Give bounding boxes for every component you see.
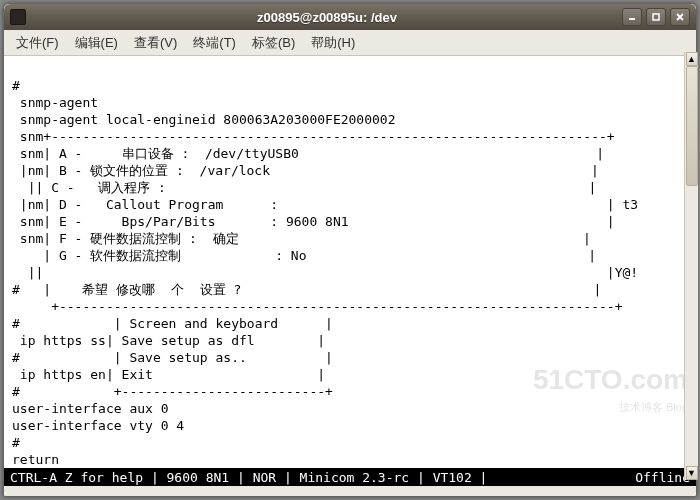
term-line: ip https ss| Save setup as dfl |	[12, 333, 325, 348]
status-right: Offline	[635, 470, 690, 485]
term-line: # +--------------------------+	[12, 384, 333, 399]
minimize-button[interactable]	[622, 8, 642, 26]
titlebar[interactable]: z00895@z00895u: /dev	[4, 4, 696, 30]
maximize-button[interactable]	[646, 8, 666, 26]
vertical-scrollbar[interactable]: ▲ ▼	[684, 52, 698, 480]
menu-file[interactable]: 文件(F)	[8, 31, 67, 55]
term-line: | G - 软件数据流控制 : No |	[12, 248, 596, 263]
term-line: return	[12, 452, 59, 467]
menu-view[interactable]: 查看(V)	[126, 31, 185, 55]
term-line: snm| E - Bps/Par/Bits : 9600 8N1 |	[12, 214, 615, 229]
term-line: user-interface aux 0	[12, 401, 169, 416]
minicom-statusbar: CTRL-A Z for help | 9600 8N1 | NOR | Min…	[4, 468, 696, 486]
term-line: |nm| B - 锁文件的位置 : /var/lock |	[12, 163, 599, 178]
term-line: user-interface vty 0 4	[12, 418, 184, 433]
window-controls	[622, 8, 690, 26]
scroll-track[interactable]	[686, 66, 698, 466]
term-line: +---------------------------------------…	[12, 299, 622, 314]
term-line: ip https en| Exit |	[12, 367, 325, 382]
menubar: 文件(F) 编辑(E) 查看(V) 终端(T) 标签(B) 帮助(H)	[4, 30, 696, 56]
term-line: #	[12, 78, 20, 93]
term-line: #	[12, 435, 20, 450]
app-window: z00895@z00895u: /dev 文件(F) 编辑(E) 查看(V) 终…	[3, 3, 697, 497]
term-line: snm| A - 串口设备 : /dev/ttyUSB0 |	[12, 146, 604, 161]
term-line: # | Save setup as.. |	[12, 350, 333, 365]
svg-rect-0	[629, 18, 635, 20]
menu-help[interactable]: 帮助(H)	[303, 31, 363, 55]
term-line: # | 希望 修改哪 个 设置 ? |	[12, 282, 601, 297]
watermark: 51CTO.com 技术博客 Blog	[486, 354, 688, 450]
menu-edit[interactable]: 编辑(E)	[67, 31, 126, 55]
terminal-icon	[10, 9, 26, 25]
term-line: || C - 调入程序 : |	[12, 180, 596, 195]
scroll-up-button[interactable]: ▲	[686, 52, 698, 66]
term-line: |nm| D - Callout Program : | t3	[12, 197, 638, 212]
svg-rect-1	[653, 14, 659, 20]
term-line: || |Y@!	[12, 265, 638, 280]
term-line: snmp-agent	[12, 95, 98, 110]
term-line: snm+------------------------------------…	[12, 129, 615, 144]
term-line: snm| F - 硬件数据流控制 : 确定 |	[12, 231, 591, 246]
term-line: # | Screen and keyboard |	[12, 316, 333, 331]
close-button[interactable]	[670, 8, 690, 26]
menu-terminal[interactable]: 终端(T)	[185, 31, 244, 55]
menu-tabs[interactable]: 标签(B)	[244, 31, 303, 55]
scroll-down-button[interactable]: ▼	[686, 466, 698, 480]
terminal-output[interactable]: # snmp-agent snmp-agent local-engineid 8…	[4, 56, 696, 468]
window-title: z00895@z00895u: /dev	[32, 10, 622, 25]
term-line: snmp-agent local-engineid 800063A203000F…	[12, 112, 396, 127]
scroll-thumb[interactable]	[686, 66, 698, 186]
status-left: CTRL-A Z for help | 9600 8N1 | NOR | Min…	[10, 470, 487, 485]
